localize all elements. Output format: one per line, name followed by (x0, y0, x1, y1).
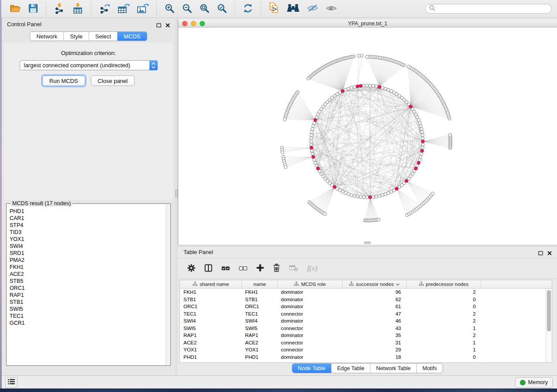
import-network-button[interactable] (50, 2, 69, 16)
mcds-result-item[interactable]: PHD1 (10, 208, 165, 215)
import-table-button[interactable] (69, 2, 87, 16)
trash-icon (273, 264, 280, 273)
function-builder-button[interactable]: f(x) (307, 264, 318, 273)
mcds-result-item[interactable]: YOX1 (10, 236, 165, 243)
clear-all-checks-button[interactable] (239, 265, 247, 272)
network-canvas[interactable] (178, 28, 557, 244)
mcds-result-item[interactable]: SWI4 (10, 243, 165, 250)
zoom-fit-button[interactable] (196, 2, 213, 16)
mcds-result-item[interactable]: TEC1 (10, 313, 165, 320)
zoom-in-button[interactable] (161, 2, 178, 16)
add-column-button[interactable] (256, 264, 264, 273)
mcds-result-item[interactable]: GCR1 (10, 320, 165, 327)
mcds-result-item[interactable]: ORC1 (10, 285, 165, 292)
window-close-button[interactable] (182, 21, 187, 26)
node-table-body: FKH1FKH1dominator962STB1STB1dominator620… (180, 289, 546, 362)
table-panel-tabs: Node Table Edge Table Network Table Moti… (292, 363, 443, 373)
open-file-button[interactable] (6, 2, 24, 16)
table-cell: 0 (407, 304, 481, 309)
table-cell: 1 (407, 326, 481, 331)
tab-network-table[interactable]: Network Table (370, 364, 417, 373)
delete-table-button[interactable] (289, 265, 298, 272)
tab-network[interactable]: Network (30, 32, 64, 41)
table-cell: 2 (407, 318, 481, 323)
mcds-result-list[interactable]: PHD1CAR1STP4TID3YOX1SWI4SRD1PMA2FKH1ACE2… (7, 208, 165, 365)
mcds-result-item[interactable]: RAP1 (10, 292, 165, 299)
column-header-MCDS-role[interactable]: MCDS role (278, 280, 343, 288)
close-panel-icon[interactable] (547, 249, 552, 257)
mcds-result-item[interactable]: STB5 (10, 278, 165, 285)
network-graph[interactable] (178, 28, 557, 244)
table-scrollbar-thumb[interactable] (547, 290, 551, 331)
tab-node-table[interactable]: Node Table (292, 364, 332, 373)
table-row[interactable]: TEC1TEC1connector472 (180, 310, 546, 318)
select-all-checks-button[interactable] (221, 265, 230, 272)
mcds-result-item[interactable]: TID3 (10, 229, 165, 236)
table-row[interactable]: YOX1YOX1connector291 (180, 346, 546, 354)
close-panel-icon[interactable] (166, 21, 170, 29)
tab-select[interactable]: Select (89, 32, 118, 41)
mcds-result-item[interactable]: ACE2 (10, 271, 165, 278)
search-input[interactable] (438, 6, 548, 12)
table-cell: dominator (278, 304, 343, 309)
run-mcds-button[interactable]: Run MCDS (42, 76, 85, 86)
table-row[interactable]: PHD1PHD1dominator180 (180, 354, 546, 361)
mcds-result-item[interactable]: STP4 (10, 222, 165, 229)
open-folder-icon (9, 3, 21, 15)
window-maximize-button[interactable] (200, 21, 205, 26)
float-panel-icon[interactable] (538, 249, 543, 257)
table-cell: 2 (407, 311, 481, 316)
tab-style[interactable]: Style (64, 32, 89, 41)
table-panel-title: Table Panel (183, 249, 213, 255)
table-row[interactable]: STB1STB1dominator620 (180, 296, 546, 303)
table-row[interactable]: RAP1RAP1dominator352 (180, 332, 546, 339)
mcds-result-item[interactable]: SRD1 (10, 250, 165, 257)
apply-layout-button[interactable] (239, 2, 257, 16)
network-hscrollbar-thumb[interactable] (364, 241, 371, 244)
table-cell: TEC1 (242, 311, 278, 316)
close-panel-button[interactable]: Close panel (91, 76, 135, 86)
task-history-button[interactable] (5, 377, 17, 388)
delete-table-icon (289, 265, 298, 272)
search-box[interactable] (425, 4, 552, 14)
zoom-selected-button[interactable] (213, 2, 231, 16)
window-minimize-button[interactable] (191, 21, 196, 26)
save-session-button[interactable] (24, 2, 42, 16)
column-header-predecessor-nodes[interactable]: predecessor nodes (407, 280, 481, 288)
export-table-button[interactable] (114, 2, 133, 16)
mcds-list-scrollbar[interactable] (166, 204, 170, 365)
floppy-disk-icon (28, 3, 38, 15)
table-row[interactable]: SWI5SWI5connector431 (180, 325, 546, 332)
delete-column-button[interactable] (273, 264, 280, 273)
first-neighbors-button[interactable] (283, 3, 303, 15)
table-row[interactable]: SWI4SWI4dominator462 (180, 317, 546, 325)
table-row[interactable]: ORC1ORC1dominator610 (180, 303, 546, 310)
mcds-result-item[interactable]: STB1 (10, 299, 165, 306)
mcds-result-item[interactable]: SWI5 (10, 306, 165, 313)
table-cell: PHD1 (242, 354, 278, 360)
mcds-result-item[interactable]: FKH1 (10, 264, 165, 271)
criterion-dropdown[interactable]: largest connected component (undirected) (20, 60, 158, 70)
table-scrollbar[interactable] (546, 289, 552, 362)
column-header-shared-name[interactable]: shared name (180, 280, 242, 288)
network-from-selection-button[interactable] (265, 1, 283, 16)
mcds-result-item[interactable]: PMA2 (10, 257, 165, 264)
tab-motifs[interactable]: Motifs (417, 364, 443, 373)
export-network-button[interactable] (95, 2, 114, 16)
column-header-name[interactable]: name (242, 280, 278, 288)
zoom-out-button[interactable] (178, 2, 196, 16)
float-panel-icon[interactable] (156, 21, 161, 29)
memory-button[interactable]: Memory (515, 377, 553, 388)
mcds-result-item[interactable]: CAR1 (10, 215, 165, 222)
table-row[interactable]: FKH1FKH1dominator962 (180, 289, 546, 296)
column-header-successor-nodes[interactable]: successor nodes (343, 280, 407, 288)
export-image-button[interactable] (133, 2, 152, 16)
table-row[interactable]: ACE2ACE2connector311 (180, 339, 546, 347)
tab-mcds[interactable]: MCDS (118, 32, 146, 41)
tab-edge-table[interactable]: Edge Table (332, 364, 370, 373)
table-options-button[interactable] (187, 264, 195, 273)
show-columns-button[interactable] (204, 264, 212, 273)
hide-selected-button[interactable] (303, 3, 322, 15)
network-window-titlebar[interactable]: YPA_prune.txt_1 (178, 20, 557, 28)
show-all-button[interactable] (322, 3, 341, 15)
